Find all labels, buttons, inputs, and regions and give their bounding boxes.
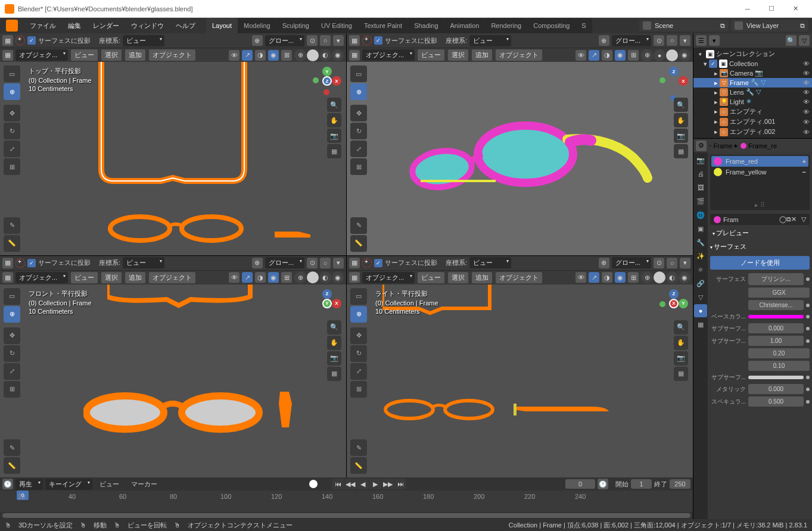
select-menu[interactable]: 選択 — [447, 271, 469, 284]
scene-selector[interactable]: Scene ⧉ — [639, 20, 729, 32]
coord-dropdown[interactable]: ビュー — [469, 35, 511, 46]
socket-icon[interactable] — [806, 339, 810, 343]
rendered-icon[interactable]: ◉ — [332, 271, 344, 283]
overlay-icon[interactable]: ◑ — [255, 50, 266, 61]
add-menu[interactable]: 追加 — [471, 49, 493, 61]
axis-x-icon[interactable]: X — [332, 299, 341, 308]
options-icon[interactable]: ▾ — [680, 258, 690, 268]
view-menu[interactable]: ビュー — [417, 49, 445, 61]
object-menu[interactable]: オブジェクト — [148, 271, 196, 284]
tl-marker-menu[interactable]: マーカー — [126, 480, 162, 489]
axis-x-icon[interactable]: X — [669, 299, 679, 308]
sel-icon[interactable]: 👁 — [229, 50, 239, 61]
overlay2-icon[interactable]: ◉ — [615, 50, 626, 61]
visibility-icon[interactable]: 👁 — [803, 60, 810, 67]
play-icon[interactable]: ▶ — [369, 479, 381, 489]
material-name-field[interactable]: Fram ◯⧉✕ ▽ — [710, 214, 810, 225]
transform-orient-icon[interactable]: ⊕ — [252, 258, 263, 268]
sel-icon[interactable]: 👁 — [229, 272, 239, 283]
tab-modeling[interactable]: Modeling — [238, 18, 276, 33]
wireframe-icon[interactable]: ⊕ — [641, 49, 653, 61]
menu-edit[interactable]: 編集 — [62, 18, 87, 33]
tab-material-icon[interactable]: ● — [694, 304, 707, 317]
viewport-persp[interactable]: ▦ ✓ サーフェスに投影 座標系: ビュー ⊕ グロー... ⊙ ○ ▾ ▦ オ… — [347, 33, 693, 255]
tab-compositing[interactable]: Compositing — [527, 18, 575, 33]
axis-x-icon[interactable]: X — [332, 76, 341, 86]
mode-dropdown[interactable]: オブジェク... — [15, 272, 68, 283]
solid-icon[interactable]: ● — [654, 271, 665, 283]
zoom-icon[interactable]: 🔍 — [327, 98, 341, 112]
snap-checkbox[interactable]: ✓ — [27, 259, 36, 267]
view-menu[interactable]: ビュー — [417, 271, 445, 284]
global-dropdown[interactable]: グロー... — [265, 257, 304, 268]
options-icon[interactable]: ▾ — [680, 35, 690, 46]
end-frame[interactable]: 250 — [670, 479, 690, 489]
tool-select[interactable]: ▭ — [4, 65, 20, 82]
light-row[interactable]: ▸ 💡 Light ☀ 👁 — [693, 97, 812, 107]
tab-uvediting[interactable]: UV Editing — [315, 18, 358, 33]
coord-dropdown[interactable]: ビュー — [469, 257, 511, 268]
tool-rotate[interactable]: ↻ — [350, 123, 367, 139]
prev-key-icon[interactable]: ◀◀ — [344, 479, 356, 489]
nav-gizmo[interactable]: Z X Y — [313, 289, 341, 318]
axis-z-icon[interactable]: Z — [322, 289, 332, 299]
visibility-icon[interactable]: 👁 — [803, 79, 810, 86]
outliner[interactable]: ▾ ▣ シーンコレクション ▾ ✓ ▣ Collection 👁 ▸ 📷 Cam… — [693, 48, 812, 138]
pan-icon[interactable]: ✋ — [674, 336, 688, 350]
editor-type-icon[interactable]: ▦ — [2, 35, 13, 46]
solid-icon[interactable]: ● — [654, 49, 665, 61]
mode-dropdown[interactable]: オブジェク... — [15, 49, 68, 61]
snap-checkbox[interactable]: ✓ — [374, 36, 382, 45]
persp-icon[interactable]: ▦ — [327, 367, 341, 381]
specular-value[interactable]: 0.500 — [748, 396, 804, 407]
camera-row[interactable]: ▸ 📷 Camera 📷 👁 — [693, 68, 812, 78]
maximize-button[interactable]: ☐ — [760, 1, 783, 17]
wireframe-icon[interactable]: ⊕ — [294, 49, 306, 61]
visibility-icon[interactable]: 👁 — [803, 129, 810, 136]
wireframe-icon[interactable]: ⊕ — [294, 271, 306, 283]
sel-icon[interactable]: 👁 — [575, 272, 586, 283]
tool-annotate[interactable]: ✎ — [350, 217, 367, 234]
overlay2-icon[interactable]: ◉ — [615, 272, 626, 283]
viewlayer-selector[interactable]: View Layer ⧉ — [731, 20, 808, 32]
subsurf-b[interactable]: 0.10 — [748, 361, 810, 371]
visibility-icon[interactable]: 👁 — [803, 108, 810, 115]
persp-icon[interactable]: ▦ — [674, 367, 688, 381]
zoom-icon[interactable]: 🔍 — [674, 320, 688, 335]
tab-sculpting[interactable]: Sculpting — [276, 18, 315, 33]
tool-scale[interactable]: ⤢ — [350, 363, 367, 380]
tool-move[interactable]: ✥ — [350, 327, 367, 344]
select-menu[interactable]: 選択 — [447, 49, 469, 61]
axis-z-icon[interactable]: Z — [669, 289, 679, 299]
tool-measure[interactable]: 📏 — [4, 235, 20, 252]
mode-icon[interactable]: ▦ — [2, 272, 13, 283]
wireframe-icon[interactable]: ⊕ — [641, 271, 653, 283]
metallic-value[interactable]: 0.000 — [748, 384, 804, 394]
subsurf-color-swatch[interactable] — [748, 376, 804, 379]
axis-x-icon[interactable]: X — [679, 76, 688, 86]
solid-icon[interactable]: ● — [307, 271, 319, 283]
close-button[interactable]: ✕ — [783, 1, 807, 17]
material-slots[interactable]: Frame_red + Frame_yellow − ▸ ⠿ — [710, 155, 810, 210]
tab-output-icon[interactable]: 🖨 — [694, 167, 707, 180]
transform-orient-icon[interactable]: ⊕ — [599, 35, 609, 46]
subsurf-method-dropdown[interactable]: Christense... — [748, 300, 804, 310]
tool-annotate[interactable]: ✎ — [350, 439, 367, 456]
tool-move[interactable]: ✥ — [4, 327, 20, 344]
matprev-icon[interactable]: ◐ — [666, 49, 678, 61]
tool-cursor[interactable]: ⊕ — [4, 83, 20, 100]
axis-y-icon[interactable]: Y — [322, 299, 332, 308]
outliner-mode-icon[interactable]: ▾ — [709, 35, 720, 46]
viewport-top[interactable]: ▦ ✓ サーフェスに投影 座標系: ビュー ⊕ グロー... ⊙ ○ ▾ ▦ オ… — [0, 33, 346, 255]
camera-icon[interactable]: 📷 — [674, 129, 688, 143]
overlay-icon[interactable]: ◑ — [602, 50, 612, 61]
lens-row[interactable]: ▸ ▽ Lens 🔧 ▽ 👁 — [693, 88, 812, 97]
global-dropdown[interactable]: グロー... — [265, 35, 304, 46]
pan-icon[interactable]: ✋ — [327, 113, 341, 127]
collection-checkbox[interactable]: ✓ — [709, 60, 717, 68]
global-dropdown[interactable]: グロー... — [612, 35, 651, 46]
sel-icon[interactable]: 👁 — [575, 50, 586, 61]
visibility-icon[interactable]: 👁 — [803, 98, 810, 105]
tool-transform[interactable]: ⊞ — [350, 158, 367, 175]
clock-icon[interactable]: 🕐 — [598, 479, 608, 489]
